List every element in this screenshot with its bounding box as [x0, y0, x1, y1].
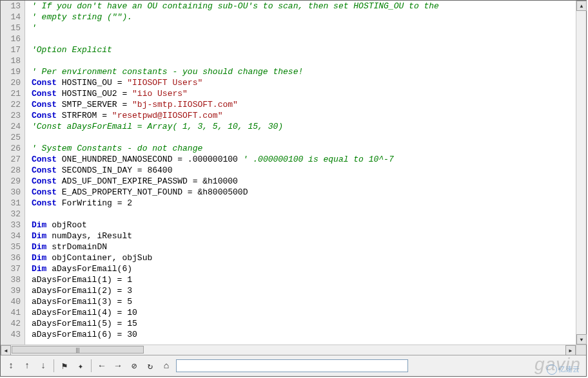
- code-line[interactable]: Const SECONDS_IN_DAY = 86400: [25, 165, 576, 176]
- token-kw: Dim: [32, 231, 46, 241]
- token-ident: ForWriting = 2: [57, 198, 132, 208]
- code-line[interactable]: aDaysForEmail(2) = 3: [25, 285, 576, 296]
- code-line[interactable]: aDaysForEmail(3) = 5: [25, 296, 576, 307]
- token-ident: aDaysForEmail(6) = 30: [32, 330, 137, 339]
- token-kw: Const: [32, 155, 57, 164]
- code-area[interactable]: ' If you don't have an OU containing sub…: [25, 1, 576, 345]
- line-number: 30: [1, 187, 24, 198]
- code-line[interactable]: 'Const aDaysForEmail = Array( 1, 3, 5, 1…: [25, 121, 576, 132]
- token-ident: aDaysForEmail(4) = 10: [32, 308, 137, 317]
- code-line[interactable]: Const STRFROM = "resetpwd@IIOSOFT.com": [25, 110, 576, 121]
- token-kw: Const: [32, 187, 57, 197]
- token-kw: Const: [32, 198, 57, 208]
- code-line[interactable]: aDaysForEmail(1) = 1: [25, 274, 576, 285]
- line-number: 16: [1, 33, 24, 44]
- line-number: 21: [1, 88, 24, 99]
- token-kw: Const: [32, 111, 57, 120]
- line-number: 41: [1, 307, 24, 318]
- token-comment: ' If you don't have an OU containing sub…: [32, 1, 439, 11]
- address-combo[interactable]: [176, 359, 408, 372]
- token-ident: objRoot: [46, 220, 86, 230]
- code-line[interactable]: Const ADS_UF_DONT_EXPIRE_PASSWD = &h1000…: [25, 176, 576, 187]
- toolbar-separator: [54, 359, 54, 372]
- line-number: 23: [1, 110, 24, 121]
- code-line[interactable]: aDaysForEmail(6) = 30: [25, 329, 576, 340]
- code-line[interactable]: Dim objContainer, objSub: [25, 252, 576, 263]
- scroll-up-icon[interactable]: ▲: [576, 1, 587, 11]
- bookmark-toggle-icon[interactable]: ⚑: [57, 358, 72, 373]
- vertical-scrollbar[interactable]: ▲ ▼: [576, 1, 586, 345]
- bottom-toolbar: ↕↑↓⚑✦←→⊘↻⌂: [1, 355, 586, 376]
- code-line[interactable]: Const HOSTING_OU2 = "iio Users": [25, 88, 576, 99]
- arrow-up-icon[interactable]: ↑: [19, 358, 35, 373]
- code-line[interactable]: ' Per environment constants - you should…: [25, 66, 576, 77]
- nav-back-icon[interactable]: ←: [94, 358, 110, 373]
- token-ident: HOSTING_OU2 =: [57, 89, 132, 99]
- code-line[interactable]: Const SMTP_SERVER = "bj-smtp.IIOSOFT.com…: [25, 99, 576, 110]
- scroll-down-icon[interactable]: ▼: [576, 334, 587, 345]
- code-line[interactable]: [25, 209, 576, 220]
- line-number: 14: [1, 12, 24, 23]
- line-number: 32: [1, 209, 24, 220]
- code-line[interactable]: Dim aDaysForEmail(6): [25, 263, 576, 274]
- code-line[interactable]: [25, 132, 576, 143]
- token-ident: aDaysForEmail(1) = 1: [32, 275, 132, 285]
- line-number: 18: [1, 55, 24, 66]
- code-line[interactable]: ': [25, 23, 576, 33]
- home-icon[interactable]: ⌂: [159, 358, 174, 373]
- code-line[interactable]: ' If you don't have an OU containing sub…: [25, 1, 576, 12]
- code-line[interactable]: Const ONE_HUNDRED_NANOSECOND = .00000010…: [25, 154, 576, 165]
- token-comment: ' empty string ("").: [32, 12, 132, 22]
- line-number: 33: [1, 220, 24, 231]
- code-line[interactable]: ' empty string ("").: [25, 12, 576, 23]
- hscroll-track[interactable]: [11, 345, 565, 355]
- token-kw: Const: [32, 165, 57, 175]
- code-line[interactable]: ' System Constants - do not change: [25, 143, 576, 154]
- nav-forward-icon[interactable]: →: [110, 358, 126, 373]
- token-comment: ' System Constants - do not change: [32, 144, 202, 153]
- token-ident: SMTP_SERVER =: [57, 100, 132, 109]
- token-ident: E_ADS_PROPERTY_NOT_FOUND = &h8000500D: [57, 187, 248, 197]
- scroll-left-icon[interactable]: ◀: [1, 345, 11, 355]
- bookmark-clear-icon[interactable]: ✦: [73, 358, 88, 373]
- code-line[interactable]: Dim numDays, iResult: [25, 231, 576, 241]
- code-line[interactable]: [25, 33, 576, 44]
- line-number: 35: [1, 241, 24, 252]
- vscroll-track[interactable]: [576, 11, 586, 334]
- line-number: 29: [1, 176, 24, 187]
- code-line[interactable]: 'Option Explicit: [25, 44, 576, 55]
- arrow-down-icon[interactable]: ↓: [35, 358, 51, 373]
- code-line[interactable]: Dim objRoot: [25, 220, 576, 231]
- line-number: 27: [1, 154, 24, 165]
- horizontal-scrollbar[interactable]: ◀ ▶: [1, 345, 576, 355]
- code-line[interactable]: Const ForWriting = 2: [25, 198, 576, 209]
- line-number: 13: [1, 1, 24, 12]
- code-line[interactable]: aDaysForEmail(5) = 15: [25, 318, 576, 329]
- token-comment: ' Per environment constants - you should…: [32, 67, 303, 77]
- token-ident: SECONDS_IN_DAY = 86400: [57, 165, 172, 175]
- token-ident: aDaysForEmail(2) = 3: [32, 286, 132, 296]
- line-number: 38: [1, 274, 24, 285]
- code-line[interactable]: Dim strDomainDN: [25, 241, 576, 252]
- refresh-icon[interactable]: ↻: [142, 358, 158, 373]
- token-kw: Dim: [32, 253, 46, 263]
- line-number: 24: [1, 121, 24, 132]
- token-kw: Dim: [32, 220, 46, 230]
- hscroll-thumb[interactable]: [12, 346, 144, 354]
- code-line[interactable]: aDaysForEmail(4) = 10: [25, 307, 576, 318]
- token-kw: Const: [32, 100, 57, 109]
- stop-icon[interactable]: ⊘: [126, 358, 142, 373]
- line-number: 19: [1, 66, 24, 77]
- scroll-right-icon[interactable]: ▶: [565, 345, 576, 355]
- code-line[interactable]: [25, 55, 576, 66]
- token-comment: 'Const aDaysForEmail = Array( 1, 3, 5, 1…: [32, 122, 283, 131]
- code-line[interactable]: Const HOSTING_OU = "IIOSOFT Users": [25, 77, 576, 88]
- token-ident: numDays, iResult: [46, 231, 132, 241]
- line-number: 28: [1, 165, 24, 176]
- line-number: 20: [1, 77, 24, 88]
- line-number: 36: [1, 252, 24, 263]
- token-kw: Const: [32, 89, 57, 99]
- code-line[interactable]: Const E_ADS_PROPERTY_NOT_FOUND = &h80005…: [25, 187, 576, 198]
- next-outer-icon[interactable]: ↕: [3, 358, 19, 373]
- token-kw: Dim: [32, 264, 46, 274]
